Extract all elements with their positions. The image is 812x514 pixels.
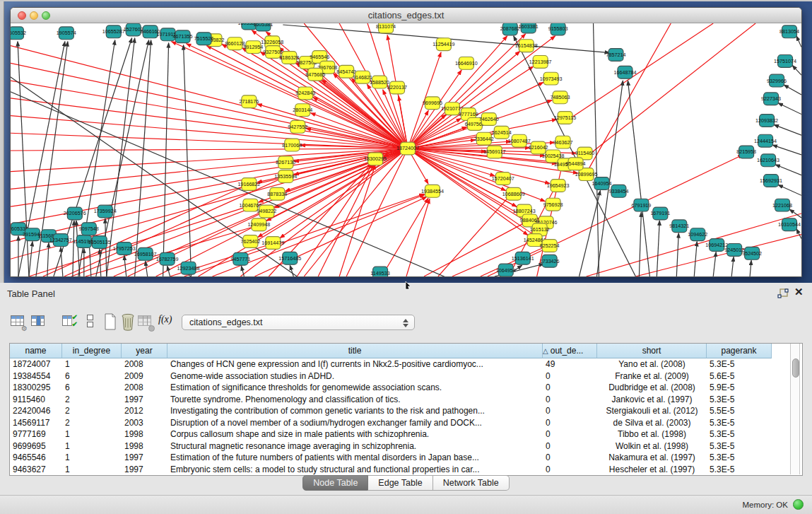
float-window-icon[interactable] [777,288,789,298]
table-row[interactable]: 1456911722003Disruption of a novel membe… [10,417,802,429]
network-window-titlebar[interactable]: citations_edges.txt [11,8,801,23]
graph-node[interactable]: 9699695 [423,97,442,110]
table-row[interactable]: 1830029562008Estimation of significance … [10,382,802,394]
column-header-title[interactable]: title [167,344,543,358]
graph-node[interactable]: 2336442 [474,132,494,145]
graph-node[interactable]: 8252254 [540,240,560,252]
graph-node[interactable]: 8912954 [243,41,263,54]
graph-node[interactable]: 8186328 [279,52,299,64]
vertical-scrollbar[interactable] [790,344,800,474]
graph-node[interactable]: 9245012 [724,244,744,257]
graph-node[interactable]: 7462640 [479,113,499,126]
graph-node[interactable]: 6791919 [631,199,651,211]
graph-node[interactable]: 8215958 [736,146,756,158]
column-header-name[interactable]: name [10,344,62,358]
graph-node[interactable]: 9756928 [543,198,563,211]
graph-node[interactable]: 7515526 [194,33,214,45]
table-row[interactable]: 2242004622012Investigating the contribut… [10,405,802,417]
table-selector-dropdown[interactable]: citations_edges.txt [182,315,415,330]
graph-node[interactable]: 9524502 [742,247,762,259]
graph-node[interactable]: 9155803 [548,23,568,35]
graph-node[interactable]: 9338454 [608,185,628,197]
graph-node[interactable]: 1640954 [592,177,612,190]
table-row[interactable]: 969969511998Structural magnetic resonanc… [10,440,802,452]
graph-node[interactable]: 10655287 [102,25,125,38]
graph-node[interactable]: 8170064 [282,139,302,151]
table-row[interactable]: 946554611997Estimation of the future num… [10,452,802,464]
graph-node[interactable]: 1221068 [772,199,792,211]
graph-node[interactable]: 1094622 [688,228,707,241]
graph-node[interactable]: 9242843 [295,87,315,100]
tab-edge-table[interactable]: Edge Table [368,475,433,491]
graph-node[interactable]: 1905574 [57,27,76,40]
graph-node[interactable]: 9814321 [669,220,689,233]
function-builder-icon[interactable]: f(x) [158,314,175,332]
table-row[interactable]: 977716911998Corpus callosum shape and si… [10,428,802,440]
graph-node[interactable]: 10973493 [540,72,563,85]
graph-node[interactable]: 6216042 [529,141,548,154]
graph-node[interactable]: 9544894 [566,158,586,170]
select-columns-icon[interactable]: ✔✔ [61,313,78,331]
column-header-year[interactable]: year [122,344,167,358]
graph-node[interactable]: 16958107 [134,247,157,260]
new-column-icon[interactable] [102,313,119,331]
graph-node[interactable]: 1603381 [519,23,539,33]
tab-network-table[interactable]: Network Table [433,475,510,491]
graph-node[interactable]: 8131074 [376,23,396,33]
graph-node[interactable]: 13535594 [274,170,297,183]
graph-node[interactable]: 8660128 [225,37,245,50]
graph-node[interactable]: 19654923 [547,180,570,192]
graph-node[interactable]: 2718176 [239,95,259,108]
graph-node[interactable]: 1588520 [370,76,389,88]
graph-node[interactable]: 10310544 [778,218,801,231]
graph-node[interactable]: 16646910 [455,57,478,69]
graph-node[interactable]: 1605381 [253,23,273,31]
show-columns-icon[interactable] [30,313,47,331]
column-header-in_degree[interactable]: in_degree [62,344,122,358]
graph-node[interactable]: 7625402 [240,235,260,248]
graph-node[interactable]: 1064954 [496,264,516,276]
graph-node[interactable]: 1679191 [650,207,670,220]
graph-node[interactable]: 8267130 [276,156,295,169]
graph-node[interactable]: 15716485 [278,252,301,264]
table-row[interactable]: 946362711997Embryonic stem cells: a mode… [10,464,802,476]
graph-node[interactable]: 2087682 [500,23,520,35]
graph-node[interactable]: 1149533 [370,267,389,276]
row-height-icon[interactable] [83,313,100,331]
graph-node[interactable]: 12213987 [529,55,552,68]
table-row[interactable]: 1872400712008Changes of HCN gene express… [10,358,802,370]
graph-node[interactable]: 1733426 [540,255,560,267]
graph-node[interactable]: 9463627 [553,136,573,148]
delete-column-icon[interactable] [119,313,136,331]
tab-node-table[interactable]: Node Table [302,475,368,491]
graph-node[interactable]: 9427552 [288,120,307,133]
graph-node[interactable]: 17359924 [94,205,117,218]
network-canvas[interactable]: 1872400776638228660128891295413226058932… [11,23,801,276]
graph-node[interactable]: 9227343 [761,93,781,105]
graph-node[interactable]: 2803144 [293,104,312,117]
graph-node[interactable]: 15751074 [774,55,796,68]
graph-node[interactable]: 1605532 [11,27,26,40]
graph-node[interactable]: 19384554 [421,185,444,197]
table-mode-icon[interactable]: ⚙ [9,313,26,331]
graph-node[interactable]: 7485063 [551,91,570,104]
graph-node[interactable]: 7857214 [606,49,625,62]
graph-node[interactable]: 9498222 [257,205,276,218]
column-header-short[interactable]: short [597,344,707,358]
graph-node[interactable]: 9457771 [230,252,250,265]
graph-node[interactable]: 1624514 [492,126,512,139]
graph-node[interactable]: 10807487 [508,134,531,147]
close-panel-icon[interactable]: ✕ [794,286,804,298]
column-header-out_de[interactable]: △out_de... [543,344,597,358]
scrollbar-thumb[interactable] [792,358,799,378]
graph-node[interactable]: 4671355 [173,30,193,43]
table-row[interactable]: 1938455462009Genome-wide association stu… [10,370,802,382]
graph-node[interactable]: 9097548 [79,223,99,235]
graph-node[interactable]: 20206576 [64,207,86,220]
graph-node[interactable]: 8475685 [305,68,325,81]
graph-node[interactable]: 11254419 [433,38,454,51]
table-row[interactable]: 911546021997Tourette syndrome. Phenomeno… [10,394,802,406]
graph-node[interactable]: 8813054 [779,25,799,38]
graph-node[interactable]: 8220137 [387,81,407,94]
column-header-pagerank[interactable]: pagerank [707,344,772,358]
